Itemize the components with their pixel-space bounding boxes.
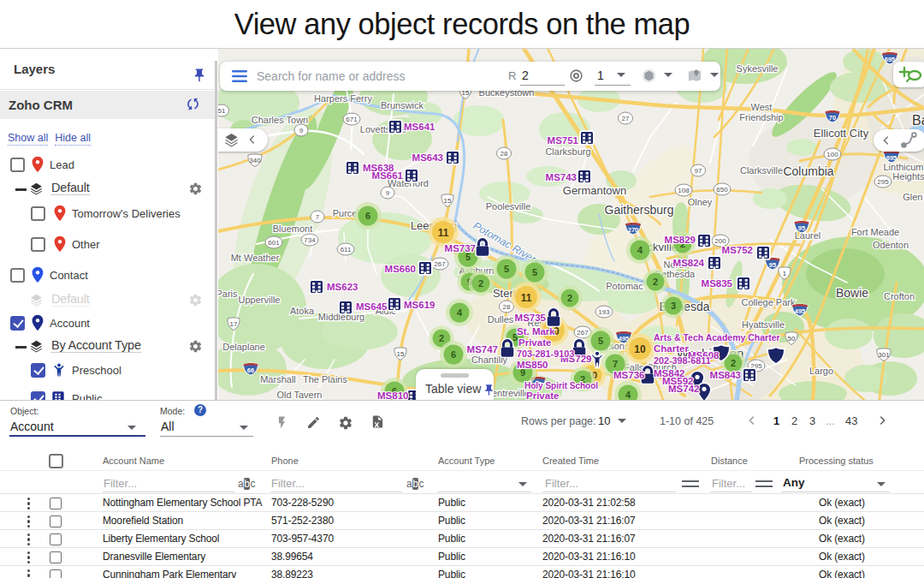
svg-text:11: 11	[438, 227, 449, 239]
svg-text:295: 295	[877, 178, 889, 186]
svg-text:Mt Weather: Mt Weather	[231, 253, 280, 263]
svg-text:5: 5	[598, 336, 603, 346]
svg-text:2: 2	[653, 277, 658, 287]
svg-text:2: 2	[567, 293, 572, 303]
svg-text:4: 4	[637, 245, 643, 255]
svg-text:301: 301	[878, 351, 890, 359]
svg-text:MS660: MS660	[385, 264, 416, 274]
svg-text:Baltimore: Baltimore	[912, 113, 924, 128]
svg-text:Gaithersburg: Gaithersburg	[605, 203, 674, 217]
svg-text:9: 9	[386, 189, 390, 197]
svg-text:The Plains: The Plains	[303, 374, 347, 384]
svg-text:9: 9	[299, 127, 304, 134]
svg-text:108: 108	[678, 187, 690, 194]
svg-text:70: 70	[829, 114, 836, 122]
svg-text:5: 5	[532, 267, 537, 277]
svg-text:Charter: Charter	[654, 343, 689, 354]
svg-text:95: 95	[798, 224, 805, 232]
svg-text:MS751: MS751	[548, 135, 579, 146]
svg-text:Ellicott City: Ellicott City	[814, 127, 869, 140]
svg-text:10: 10	[634, 343, 646, 355]
svg-text:College Park: College Park	[742, 297, 796, 307]
svg-text:601: 601	[268, 239, 280, 247]
svg-text:28: 28	[500, 150, 508, 158]
svg-text:Upperville: Upperville	[239, 295, 281, 305]
svg-text:95: 95	[769, 261, 776, 269]
svg-text:MS742: MS742	[668, 384, 699, 394]
svg-text:50: 50	[788, 335, 796, 343]
svg-text:611: 611	[341, 246, 352, 253]
svg-text:MS835: MS835	[702, 278, 733, 289]
svg-text:Largo: Largo	[809, 366, 833, 376]
svg-text:11: 11	[521, 292, 532, 304]
svg-text:17: 17	[230, 320, 238, 328]
svg-text:Holy Spirit School: Holy Spirit School	[524, 381, 598, 390]
svg-text:6: 6	[365, 211, 370, 221]
svg-text:703-281-9103: 703-281-9103	[517, 349, 574, 359]
svg-text:Clarksburg: Clarksburg	[545, 146, 590, 157]
svg-text:Heights: Heights	[892, 171, 924, 182]
svg-text:Dulles: Dulles	[488, 314, 514, 325]
svg-text:650: 650	[716, 186, 728, 194]
svg-text:Germantown: Germantown	[563, 184, 626, 197]
svg-text:51: 51	[218, 107, 226, 115]
svg-text:267: 267	[434, 260, 446, 268]
svg-text:Arts & Tech Academy Charter: Arts & Tech Academy Charter	[654, 332, 780, 343]
svg-text:28: 28	[503, 303, 511, 311]
svg-text:St. Mark: St. Mark	[517, 326, 555, 337]
svg-text:340: 340	[249, 157, 261, 164]
svg-text:MS737: MS737	[445, 243, 476, 253]
svg-text:495: 495	[795, 307, 806, 315]
svg-text:Marshall: Marshall	[260, 374, 296, 384]
svg-text:1: 1	[783, 270, 787, 277]
svg-text:7: 7	[613, 359, 618, 369]
svg-text:Fort Meade: Fort Meade	[851, 227, 899, 237]
svg-text:Bowie: Bowie	[836, 286, 868, 300]
svg-text:Delaplane: Delaplane	[222, 342, 265, 352]
svg-text:MS735: MS735	[515, 313, 547, 323]
svg-text:Olney: Olney	[688, 197, 713, 207]
svg-text:MS743: MS743	[546, 172, 577, 182]
svg-text:MS843: MS843	[710, 370, 741, 380]
svg-text:Hyattsville: Hyattsville	[742, 319, 785, 330]
svg-text:Crofton: Crofton	[884, 291, 915, 301]
svg-text:2: 2	[478, 278, 483, 289]
svg-text:MS619: MS619	[404, 300, 435, 310]
svg-text:Glen B: Glen B	[903, 192, 924, 202]
svg-text:15: 15	[397, 350, 405, 358]
svg-text:Odenton: Odenton	[873, 240, 909, 250]
svg-text:27: 27	[622, 115, 630, 122]
svg-text:Brunswick: Brunswick	[381, 100, 424, 110]
svg-text:15: 15	[444, 197, 452, 205]
svg-text:Private: Private	[526, 390, 559, 400]
svg-text:MS736: MS736	[613, 370, 644, 380]
svg-text:Charles Town: Charles Town	[252, 115, 308, 125]
svg-text:MS661: MS661	[372, 170, 404, 181]
svg-text:734: 734	[304, 236, 316, 244]
svg-text:5: 5	[465, 252, 471, 262]
svg-text:Paris: Paris	[218, 289, 238, 299]
svg-text:7: 7	[316, 213, 320, 221]
svg-text:Columbia: Columbia	[783, 164, 833, 178]
svg-text:671: 671	[346, 116, 358, 123]
svg-text:West: West	[751, 102, 773, 112]
svg-text:4: 4	[625, 390, 631, 400]
svg-text:66: 66	[247, 366, 254, 374]
svg-text:193: 193	[598, 308, 610, 316]
svg-text:MS643: MS643	[412, 152, 443, 163]
svg-text:MS623: MS623	[327, 282, 358, 292]
svg-text:895: 895	[886, 154, 897, 162]
svg-text:267: 267	[577, 329, 589, 337]
svg-text:Old Tavern: Old Tavern	[277, 390, 323, 400]
svg-text:MS824: MS824	[673, 258, 705, 268]
svg-text:270: 270	[628, 226, 639, 234]
svg-text:MS850: MS850	[517, 360, 548, 370]
svg-text:MS641: MS641	[404, 122, 435, 132]
svg-text:Private: Private	[518, 337, 551, 348]
svg-text:202-398-6811: 202-398-6811	[654, 355, 711, 366]
svg-text:MS752: MS752	[722, 245, 753, 255]
svg-text:5: 5	[504, 264, 509, 274]
svg-text:MS747: MS747	[467, 344, 498, 355]
svg-text:Harpers Ferry: Harpers Ferry	[314, 93, 372, 104]
svg-text:6: 6	[451, 349, 456, 360]
